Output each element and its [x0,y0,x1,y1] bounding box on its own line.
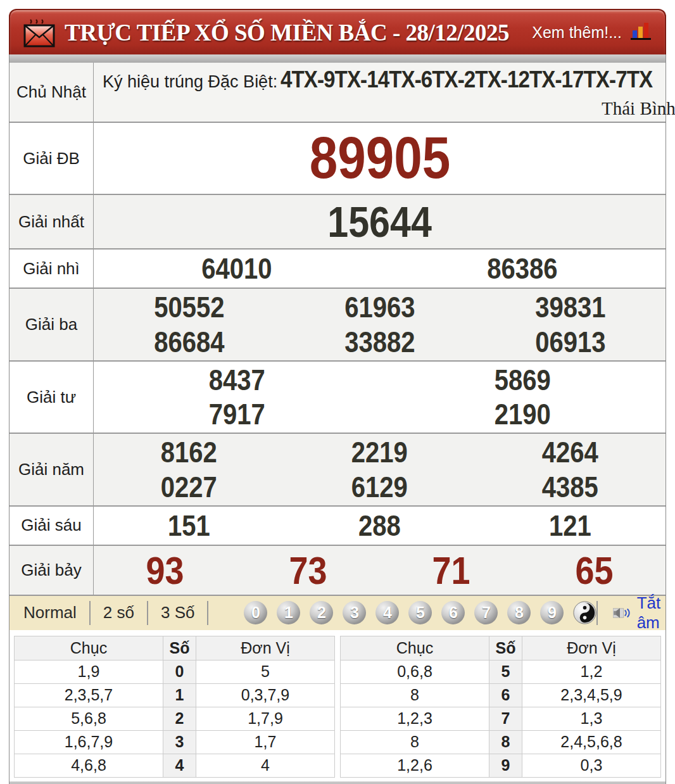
prize-number: 15644 [327,196,432,247]
prize-label: Giải nhất [9,195,94,248]
mode-2-digits[interactable]: 2 số [91,603,147,623]
digit-ball-2[interactable]: 2 [310,601,333,624]
prize-number: 8437 [208,363,265,397]
prize-label: Giải ĐB [9,123,94,194]
digit-ball-9[interactable]: 9 [540,601,564,624]
prize-number: 288 [358,509,401,543]
prize-number: 4385 [542,470,598,504]
prize-number: 73 [289,547,327,593]
toolbar: Normal 2 số 3 Số 0123456789 [9,596,666,630]
digit-cell-donvi: 4 [196,754,335,777]
digit-ball-5[interactable]: 5 [408,601,432,624]
prize-number: 64010 [201,251,272,286]
digit-ball-1[interactable]: 1 [277,601,300,624]
digit-table-left: Chục Số Đơn Vị 1,9052,3,5,710,3,7,95,6,8… [14,636,335,778]
prize-row: Giải năm816222194264022761294385 [9,434,666,507]
digit-cell-chuc: 4,6,8 [15,754,163,777]
yin-yang-ball-icon[interactable] [573,601,596,624]
hot-mail-envelope-icon[interactable] [23,16,56,48]
prize-number: 4264 [542,435,598,469]
toolbar-separator [596,601,598,625]
prize-label: Giải năm [9,434,94,505]
prize-rows: Giải ĐB89905Giải nhất15644Giải nhì640108… [9,123,666,596]
prize-number: 65 [575,547,613,593]
col-header-donvi: Đơn Vị [522,636,661,660]
digit-row: 862,3,4,5,9 [341,683,661,707]
prize-values: 816222194264022761294385 [94,434,666,505]
prize-values: 89905 [94,123,666,194]
col-header-so: Số [489,636,522,660]
digit-cell-so: 8 [489,730,522,754]
prize-row: Giải tư8437586979172190 [9,362,666,434]
digit-ball-4[interactable]: 4 [375,601,399,624]
prize-number: 61963 [344,290,415,324]
digit-cell-chuc: 1,2,6 [341,754,489,777]
digit-ball-3[interactable]: 3 [343,601,366,624]
prize-number: 89905 [309,126,450,190]
toolbar-separator [207,601,208,625]
draw-info-row: Chủ Nhật Ký hiệu trúng Đặc Biệt: 4TX-9TX… [9,63,666,123]
mode-3-digits[interactable]: 3 Số [148,603,208,623]
digit-row: 4,6,844 [15,754,335,777]
digit-cell-so: 9 [489,754,522,777]
digit-cell-chuc: 8 [341,683,489,707]
prize-label: Giải tư [9,362,94,433]
digit-balls: 0123456789 [244,601,596,624]
digit-ball-0[interactable]: 0 [244,601,267,624]
digit-cell-so: 3 [163,730,196,754]
prize-row: Giải ĐB89905 [9,123,666,195]
digit-cell-chuc: 1,2,3 [341,707,489,730]
digit-cell-chuc: 5,6,8 [15,707,163,730]
prize-number: 50552 [154,290,224,324]
digit-cell-donvi: 1,7 [196,730,335,754]
see-more-link[interactable]: Xem thêm!... [532,23,622,42]
digit-cell-so: 2 [163,707,196,730]
prize-number: 33882 [344,325,415,359]
digit-summary: Chục Số Đơn Vị 1,9052,3,5,710,3,7,95,6,8… [9,630,666,781]
bar-chart-icon[interactable] [631,22,652,43]
digit-row: 1,2,371,3 [341,707,661,730]
special-sign-value: 4TX-9TX-14TX-6TX-2TX-12TX-17TX-7TX [281,66,652,93]
prize-number: 121 [549,509,591,543]
digit-cell-donvi: 0,3 [522,754,661,777]
digit-cell-donvi: 5 [196,660,335,683]
digit-cell-so: 0 [163,660,196,683]
header-divider [9,54,666,63]
prize-label: Giải nhì [9,250,94,288]
results-table: Chủ Nhật Ký hiệu trúng Đặc Biệt: 4TX-9TX… [9,63,666,596]
prize-number: 2190 [495,397,551,431]
prize-number: 2219 [351,435,408,469]
digit-cell-so: 7 [489,707,522,730]
header-bar: TRỰC TIẾP XỔ SỐ MIỀN BẮC - 28/12/2025 Xe… [9,9,666,54]
prize-number: 8162 [161,435,217,469]
province-name: Thái Bình [103,98,675,119]
digit-ball-8[interactable]: 8 [507,601,531,624]
digit-ball-7[interactable]: 7 [474,601,498,624]
digit-cell-donvi: 1,3 [522,707,661,730]
mute-label: Tắt âm [637,593,670,633]
digit-cell-chuc: 0,6,8 [341,660,489,683]
prize-values: 6401086386 [94,250,666,288]
prize-values: 93737165 [94,546,666,595]
digit-cell-donvi: 1,7,9 [196,707,335,730]
prize-row: Giải sáu151288121 [9,507,666,546]
col-header-chuc: Chục [15,636,163,660]
digit-cell-so: 6 [489,683,522,707]
digit-cell-donvi: 2,4,5,6,8 [522,730,661,754]
digit-row: 2,3,5,710,3,7,9 [15,683,335,707]
prize-number: 86684 [154,325,224,359]
special-sign-label: Ký hiệu trúng Đặc Biệt: [103,72,277,91]
digit-cell-so: 4 [163,754,196,777]
mode-normal[interactable]: Normal [20,603,89,623]
digit-row: 0,6,851,2 [341,660,661,683]
page-title: TRỰC TIẾP XỔ SỐ MIỀN BẮC - 28/12/2025 [65,19,509,46]
prize-number: 5869 [495,363,551,397]
prize-values: 505526196339831866843388206913 [94,289,666,360]
digit-cell-chuc: 8 [341,730,489,754]
mute-button[interactable]: Tắt âm [613,593,670,633]
digit-ball-6[interactable]: 6 [441,601,465,624]
col-header-donvi: Đơn Vị [196,636,335,660]
digit-cell-donvi: 0,3,7,9 [196,683,335,707]
prize-number: 39831 [535,290,605,324]
digit-cell-donvi: 1,2 [522,660,661,683]
